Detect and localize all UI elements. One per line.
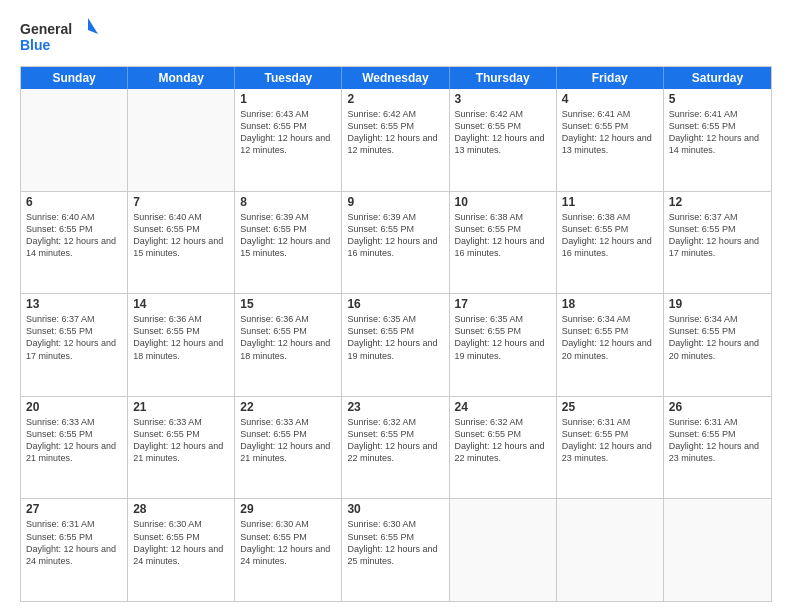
calendar: SundayMondayTuesdayWednesdayThursdayFrid… xyxy=(20,66,772,602)
calendar-cell: 15Sunrise: 6:36 AMSunset: 6:55 PMDayligh… xyxy=(235,294,342,396)
calendar-header-day: Friday xyxy=(557,67,664,89)
day-number: 16 xyxy=(347,297,443,311)
day-number: 17 xyxy=(455,297,551,311)
day-number: 7 xyxy=(133,195,229,209)
cell-info: Sunrise: 6:31 AMSunset: 6:55 PMDaylight:… xyxy=(26,518,122,567)
cell-info: Sunrise: 6:43 AMSunset: 6:55 PMDaylight:… xyxy=(240,108,336,157)
day-number: 18 xyxy=(562,297,658,311)
cell-info: Sunrise: 6:39 AMSunset: 6:55 PMDaylight:… xyxy=(240,211,336,260)
cell-info: Sunrise: 6:40 AMSunset: 6:55 PMDaylight:… xyxy=(133,211,229,260)
calendar-cell: 9Sunrise: 6:39 AMSunset: 6:55 PMDaylight… xyxy=(342,192,449,294)
calendar-row: 6Sunrise: 6:40 AMSunset: 6:55 PMDaylight… xyxy=(21,191,771,294)
calendar-header-day: Wednesday xyxy=(342,67,449,89)
day-number: 6 xyxy=(26,195,122,209)
calendar-cell: 20Sunrise: 6:33 AMSunset: 6:55 PMDayligh… xyxy=(21,397,128,499)
cell-info: Sunrise: 6:30 AMSunset: 6:55 PMDaylight:… xyxy=(240,518,336,567)
calendar-row: 1Sunrise: 6:43 AMSunset: 6:55 PMDaylight… xyxy=(21,89,771,191)
day-number: 23 xyxy=(347,400,443,414)
day-number: 25 xyxy=(562,400,658,414)
calendar-cell: 12Sunrise: 6:37 AMSunset: 6:55 PMDayligh… xyxy=(664,192,771,294)
cell-info: Sunrise: 6:31 AMSunset: 6:55 PMDaylight:… xyxy=(562,416,658,465)
day-number: 14 xyxy=(133,297,229,311)
day-number: 19 xyxy=(669,297,766,311)
calendar-cell: 25Sunrise: 6:31 AMSunset: 6:55 PMDayligh… xyxy=(557,397,664,499)
day-number: 27 xyxy=(26,502,122,516)
header: General Blue xyxy=(20,16,772,58)
cell-info: Sunrise: 6:40 AMSunset: 6:55 PMDaylight:… xyxy=(26,211,122,260)
cell-info: Sunrise: 6:38 AMSunset: 6:55 PMDaylight:… xyxy=(455,211,551,260)
cell-info: Sunrise: 6:35 AMSunset: 6:55 PMDaylight:… xyxy=(347,313,443,362)
calendar-header-day: Saturday xyxy=(664,67,771,89)
calendar-cell: 16Sunrise: 6:35 AMSunset: 6:55 PMDayligh… xyxy=(342,294,449,396)
calendar-cell xyxy=(557,499,664,601)
calendar-cell: 17Sunrise: 6:35 AMSunset: 6:55 PMDayligh… xyxy=(450,294,557,396)
calendar-header: SundayMondayTuesdayWednesdayThursdayFrid… xyxy=(21,67,771,89)
calendar-cell: 24Sunrise: 6:32 AMSunset: 6:55 PMDayligh… xyxy=(450,397,557,499)
cell-info: Sunrise: 6:42 AMSunset: 6:55 PMDaylight:… xyxy=(455,108,551,157)
cell-info: Sunrise: 6:41 AMSunset: 6:55 PMDaylight:… xyxy=(562,108,658,157)
svg-text:General: General xyxy=(20,21,72,37)
calendar-cell xyxy=(128,89,235,191)
calendar-cell: 19Sunrise: 6:34 AMSunset: 6:55 PMDayligh… xyxy=(664,294,771,396)
calendar-cell xyxy=(21,89,128,191)
calendar-row: 13Sunrise: 6:37 AMSunset: 6:55 PMDayligh… xyxy=(21,293,771,396)
calendar-cell: 21Sunrise: 6:33 AMSunset: 6:55 PMDayligh… xyxy=(128,397,235,499)
cell-info: Sunrise: 6:33 AMSunset: 6:55 PMDaylight:… xyxy=(133,416,229,465)
day-number: 9 xyxy=(347,195,443,209)
calendar-cell: 10Sunrise: 6:38 AMSunset: 6:55 PMDayligh… xyxy=(450,192,557,294)
cell-info: Sunrise: 6:36 AMSunset: 6:55 PMDaylight:… xyxy=(240,313,336,362)
day-number: 4 xyxy=(562,92,658,106)
calendar-cell: 2Sunrise: 6:42 AMSunset: 6:55 PMDaylight… xyxy=(342,89,449,191)
cell-info: Sunrise: 6:37 AMSunset: 6:55 PMDaylight:… xyxy=(669,211,766,260)
calendar-cell: 27Sunrise: 6:31 AMSunset: 6:55 PMDayligh… xyxy=(21,499,128,601)
day-number: 5 xyxy=(669,92,766,106)
calendar-row: 27Sunrise: 6:31 AMSunset: 6:55 PMDayligh… xyxy=(21,498,771,601)
calendar-cell: 1Sunrise: 6:43 AMSunset: 6:55 PMDaylight… xyxy=(235,89,342,191)
cell-info: Sunrise: 6:35 AMSunset: 6:55 PMDaylight:… xyxy=(455,313,551,362)
cell-info: Sunrise: 6:38 AMSunset: 6:55 PMDaylight:… xyxy=(562,211,658,260)
day-number: 24 xyxy=(455,400,551,414)
svg-marker-2 xyxy=(88,18,98,34)
calendar-cell: 3Sunrise: 6:42 AMSunset: 6:55 PMDaylight… xyxy=(450,89,557,191)
day-number: 15 xyxy=(240,297,336,311)
calendar-cell: 29Sunrise: 6:30 AMSunset: 6:55 PMDayligh… xyxy=(235,499,342,601)
day-number: 29 xyxy=(240,502,336,516)
calendar-cell: 7Sunrise: 6:40 AMSunset: 6:55 PMDaylight… xyxy=(128,192,235,294)
calendar-cell: 22Sunrise: 6:33 AMSunset: 6:55 PMDayligh… xyxy=(235,397,342,499)
calendar-cell: 4Sunrise: 6:41 AMSunset: 6:55 PMDaylight… xyxy=(557,89,664,191)
calendar-header-day: Sunday xyxy=(21,67,128,89)
calendar-cell: 5Sunrise: 6:41 AMSunset: 6:55 PMDaylight… xyxy=(664,89,771,191)
calendar-body: 1Sunrise: 6:43 AMSunset: 6:55 PMDaylight… xyxy=(21,89,771,601)
calendar-cell: 14Sunrise: 6:36 AMSunset: 6:55 PMDayligh… xyxy=(128,294,235,396)
svg-text:Blue: Blue xyxy=(20,37,51,53)
cell-info: Sunrise: 6:31 AMSunset: 6:55 PMDaylight:… xyxy=(669,416,766,465)
cell-info: Sunrise: 6:30 AMSunset: 6:55 PMDaylight:… xyxy=(133,518,229,567)
calendar-row: 20Sunrise: 6:33 AMSunset: 6:55 PMDayligh… xyxy=(21,396,771,499)
logo: General Blue xyxy=(20,16,100,58)
generalblue-logo-icon: General Blue xyxy=(20,16,100,58)
cell-info: Sunrise: 6:34 AMSunset: 6:55 PMDaylight:… xyxy=(562,313,658,362)
day-number: 21 xyxy=(133,400,229,414)
day-number: 10 xyxy=(455,195,551,209)
cell-info: Sunrise: 6:34 AMSunset: 6:55 PMDaylight:… xyxy=(669,313,766,362)
calendar-header-day: Thursday xyxy=(450,67,557,89)
calendar-cell: 6Sunrise: 6:40 AMSunset: 6:55 PMDaylight… xyxy=(21,192,128,294)
calendar-cell: 26Sunrise: 6:31 AMSunset: 6:55 PMDayligh… xyxy=(664,397,771,499)
calendar-cell: 18Sunrise: 6:34 AMSunset: 6:55 PMDayligh… xyxy=(557,294,664,396)
calendar-cell: 13Sunrise: 6:37 AMSunset: 6:55 PMDayligh… xyxy=(21,294,128,396)
cell-info: Sunrise: 6:37 AMSunset: 6:55 PMDaylight:… xyxy=(26,313,122,362)
day-number: 22 xyxy=(240,400,336,414)
day-number: 8 xyxy=(240,195,336,209)
calendar-cell: 30Sunrise: 6:30 AMSunset: 6:55 PMDayligh… xyxy=(342,499,449,601)
day-number: 1 xyxy=(240,92,336,106)
cell-info: Sunrise: 6:32 AMSunset: 6:55 PMDaylight:… xyxy=(347,416,443,465)
calendar-cell xyxy=(664,499,771,601)
calendar-header-day: Monday xyxy=(128,67,235,89)
day-number: 28 xyxy=(133,502,229,516)
calendar-cell: 23Sunrise: 6:32 AMSunset: 6:55 PMDayligh… xyxy=(342,397,449,499)
cell-info: Sunrise: 6:33 AMSunset: 6:55 PMDaylight:… xyxy=(240,416,336,465)
page: General Blue SundayMondayTuesdayWednesda… xyxy=(0,0,792,612)
calendar-cell xyxy=(450,499,557,601)
day-number: 12 xyxy=(669,195,766,209)
cell-info: Sunrise: 6:36 AMSunset: 6:55 PMDaylight:… xyxy=(133,313,229,362)
